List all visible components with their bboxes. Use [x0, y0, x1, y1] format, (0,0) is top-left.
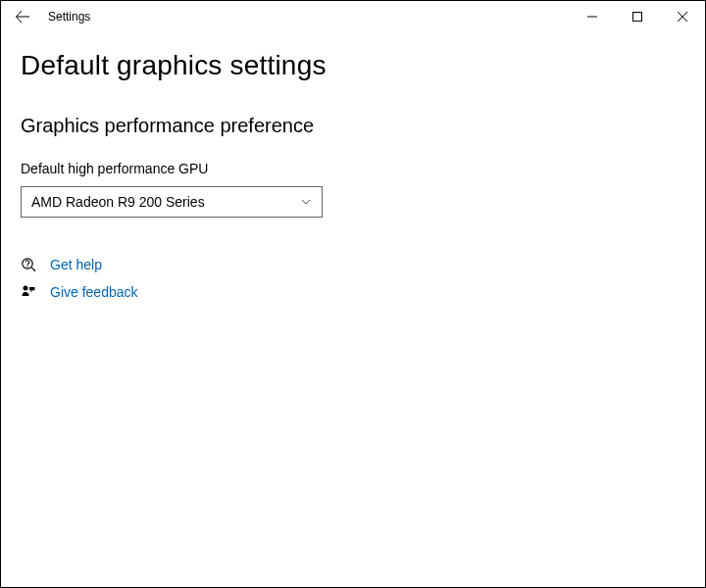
get-help-row: Get help: [21, 257, 685, 272]
arrow-left-icon: [15, 9, 30, 24]
titlebar: Settings: [1, 1, 705, 32]
gpu-field-label: Default high performance GPU: [21, 161, 685, 176]
svg-rect-7: [29, 287, 35, 290]
help-icon: [21, 257, 36, 272]
give-feedback-link[interactable]: Give feedback: [50, 284, 138, 300]
settings-window: Settings Default graphics settings: [0, 0, 706, 588]
close-icon: [678, 12, 687, 22]
chevron-down-icon: [300, 196, 312, 208]
footer-links: Get help Give feedback: [21, 257, 685, 300]
svg-rect-1: [633, 13, 642, 22]
svg-point-6: [24, 286, 28, 291]
get-help-link[interactable]: Get help: [50, 257, 102, 272]
svg-point-5: [26, 266, 27, 267]
minimize-button[interactable]: [570, 1, 615, 32]
window-title: Settings: [48, 10, 90, 24]
page-title: Default graphics settings: [21, 50, 685, 81]
gpu-dropdown[interactable]: AMD Radeon R9 200 Series: [21, 186, 323, 218]
feedback-icon: [21, 284, 36, 300]
maximize-button[interactable]: [615, 1, 660, 32]
window-controls: [570, 1, 705, 32]
give-feedback-row: Give feedback: [21, 284, 685, 300]
minimize-icon: [587, 12, 597, 22]
back-button[interactable]: [1, 1, 44, 32]
section-title: Graphics performance preference: [21, 115, 685, 137]
content-area: Default graphics settings Graphics perfo…: [1, 32, 705, 587]
maximize-icon: [632, 12, 642, 22]
close-button[interactable]: [660, 1, 705, 32]
gpu-dropdown-value: AMD Radeon R9 200 Series: [31, 194, 205, 210]
